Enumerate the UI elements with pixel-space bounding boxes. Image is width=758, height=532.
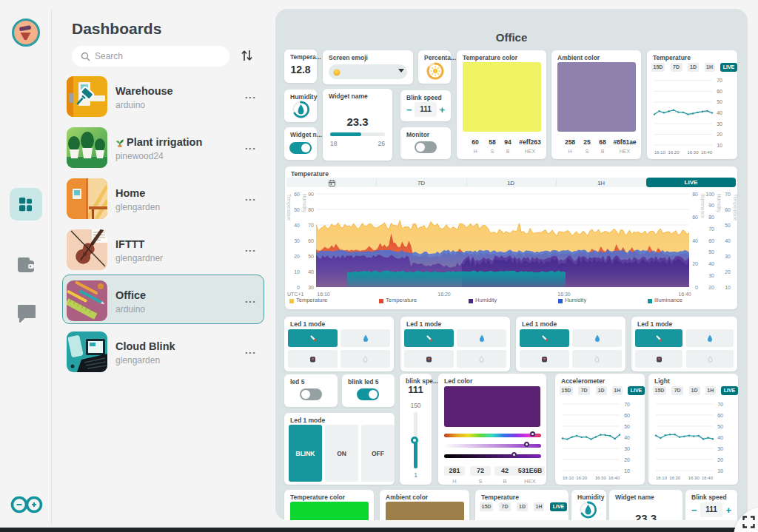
svg-text:30: 30 [308,285,314,290]
svg-text:60: 60 [624,413,630,418]
svg-text:70: 70 [717,78,722,83]
svg-text:60: 60 [294,192,300,197]
svg-text:20: 20 [725,269,731,275]
svg-text:50: 50 [717,99,722,104]
svg-text:80: 80 [692,192,698,197]
svg-text:70: 70 [717,402,723,407]
svg-text:30: 30 [717,446,723,451]
svg-text:16:20: 16:20 [669,476,681,480]
svg-text:0: 0 [695,285,698,290]
svg-text:50: 50 [308,254,314,259]
svg-text:20: 20 [624,457,630,462]
svg-text:80: 80 [708,215,714,220]
svg-text:30: 30 [708,273,714,278]
svg-text:60: 60 [308,238,314,243]
svg-text:80: 80 [308,207,314,212]
svg-text:50: 50 [717,424,723,429]
svg-text:16:40: 16:40 [701,150,713,155]
svg-text:20: 20 [708,285,714,290]
svg-text:16:40: 16:40 [608,476,620,480]
svg-text:70: 70 [308,223,314,228]
svg-text:40: 40 [294,223,300,228]
svg-text:40: 40 [308,269,314,275]
svg-text:UTC+1: UTC+1 [287,292,303,297]
svg-text:20: 20 [717,457,723,462]
svg-text:16:40: 16:40 [702,476,714,480]
svg-text:50: 50 [725,223,731,228]
svg-text:70: 70 [725,192,731,197]
svg-text:10: 10 [294,269,300,275]
svg-text:16:20: 16:20 [668,150,680,155]
svg-text:16:10: 16:10 [656,476,668,480]
svg-text:90: 90 [308,192,314,197]
svg-text:Temperature: Temperature [732,194,737,221]
svg-text:50: 50 [294,207,300,212]
svg-text:90: 90 [708,203,714,208]
svg-text:50: 50 [624,424,630,429]
svg-text:40: 40 [725,238,731,243]
svg-text:Temperature: Temperature [286,194,292,221]
svg-text:10: 10 [725,285,731,290]
svg-text:40: 40 [692,238,698,243]
svg-text:Humidity: Humidity [301,194,307,213]
svg-text:50: 50 [708,249,714,255]
svg-text:40: 40 [717,110,722,115]
svg-text:20: 20 [717,132,722,137]
svg-text:10: 10 [717,143,722,148]
svg-text:16:30: 16:30 [688,476,700,480]
svg-text:10: 10 [717,468,723,474]
svg-text:16:40: 16:40 [678,292,691,297]
svg-text:16:10: 16:10 [563,476,574,480]
svg-text:40: 40 [708,261,714,266]
svg-text:100: 100 [705,192,714,197]
svg-text:70: 70 [708,226,714,232]
svg-text:30: 30 [624,446,630,451]
svg-text:40: 40 [624,435,630,440]
svg-text:16:20: 16:20 [437,292,451,297]
svg-text:20: 20 [294,254,300,259]
svg-text:40: 40 [717,435,723,440]
svg-text:Illuminance: Illuminance [700,194,705,218]
svg-text:16:30: 16:30 [595,476,607,480]
svg-text:30: 30 [294,238,300,243]
svg-text:Humidity: Humidity [716,194,722,213]
svg-text:10: 10 [624,468,630,474]
svg-text:16:30: 16:30 [687,150,699,155]
svg-text:16:10: 16:10 [317,292,330,297]
svg-text:20: 20 [692,261,698,266]
svg-text:60: 60 [725,207,731,212]
svg-text:30: 30 [717,121,722,127]
svg-text:60: 60 [692,215,698,220]
svg-text:60: 60 [717,413,723,418]
svg-text:16:20: 16:20 [576,476,588,480]
svg-text:60: 60 [708,238,714,243]
svg-text:0: 0 [297,285,300,290]
svg-text:70: 70 [624,402,630,407]
svg-text:16:10: 16:10 [654,150,666,155]
svg-text:16:30: 16:30 [557,292,571,297]
svg-text:60: 60 [717,89,722,94]
svg-text:30: 30 [725,254,731,259]
